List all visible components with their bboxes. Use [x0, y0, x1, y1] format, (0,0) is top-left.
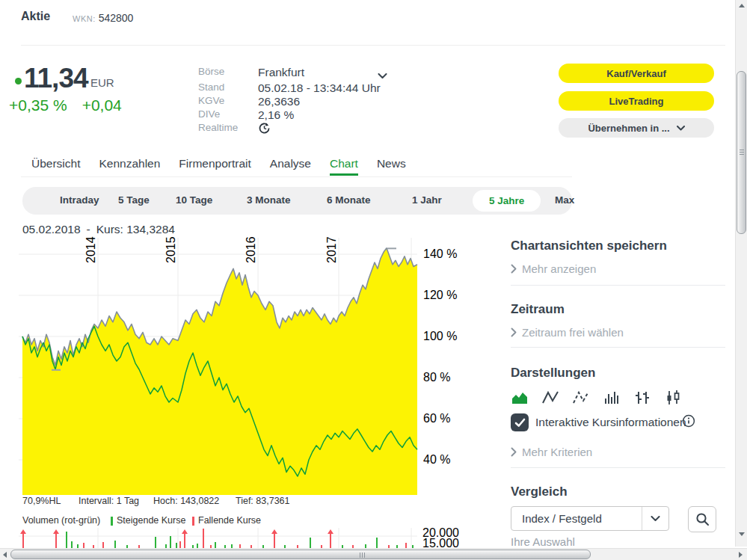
range-6-monate[interactable]: 6 Monate [327, 194, 371, 206]
comparison-select[interactable]: Index / Festgeld [511, 506, 669, 531]
info-icon[interactable] [682, 414, 695, 431]
interactive-info-label: Interaktive Kursinformationen [535, 416, 686, 429]
vergleich-heading: Vergleich [511, 484, 568, 499]
trading-status-dot [15, 78, 22, 84]
detail-row-boerse: Börse Frankfurt [198, 66, 400, 80]
apply-to-button[interactable]: Übernehmen in ... [559, 118, 714, 138]
boerse-label: Börse [198, 66, 224, 77]
range-1-jahr[interactable]: 1 Jahr [412, 194, 442, 206]
stand-value: 05.02.18 - 13:34:44 Uhr [258, 81, 381, 95]
vertical-scrollbar-thumb[interactable] [737, 71, 746, 234]
kgve-label: KGVe [198, 95, 224, 106]
chart-date: 05.02.2018 [22, 223, 81, 236]
boerse-value[interactable]: Frankfurt [258, 66, 304, 79]
stat-interval: Intervall: 1 Tag [79, 496, 139, 506]
sidebar-divider [511, 467, 725, 468]
candlestick-chart-icon[interactable] [664, 389, 682, 407]
stock-detail-page: Aktie WKN: 542800 11,34 EUR +0,35 %+0,04… [0, 0, 747, 560]
free-period-link[interactable]: Zeitraum frei wählen [511, 326, 624, 339]
change-absolute: +0,04 [82, 96, 122, 114]
time-range-bar: Intraday 5 Tage 10 Tage 3 Monate 6 Monat… [22, 187, 572, 215]
chevron-right-icon [511, 447, 517, 457]
line-chart-icon[interactable] [541, 389, 559, 407]
tab-kennzahlen[interactable]: Kennzahlen [99, 157, 160, 176]
tab-uebersicht[interactable]: Übersicht [31, 157, 80, 176]
chart-options-sidebar: Chartansichten speichern Mehr anzeigen Z… [511, 236, 725, 550]
checkmark-icon [514, 418, 526, 428]
wkn-label: WKN: [73, 14, 96, 23]
price-chart-plot[interactable]: 2014201520162017140 %120 %100 %80 %60 %4… [0, 236, 494, 560]
dashed-line-chart-icon[interactable] [572, 389, 590, 407]
chevron-down-icon [642, 507, 668, 530]
range-10-tage[interactable]: 10 Tage [176, 194, 212, 206]
show-more-link[interactable]: Mehr anzeigen [511, 262, 596, 275]
currency-label: EUR [90, 76, 114, 89]
chart-crosshair-readout: 05.02.2018-Kurs: 134,3284 [22, 223, 181, 236]
comparison-search-button[interactable] [688, 506, 716, 532]
apply-to-label: Übernehmen in ... [588, 123, 669, 134]
area-chart-icon[interactable] [511, 389, 529, 407]
header-divider [21, 45, 725, 46]
horizontal-scrollbar-thumb[interactable] [10, 550, 591, 559]
svg-text:60 %: 60 % [423, 412, 450, 425]
price-change: +0,35 %+0,04 [9, 96, 137, 114]
svg-text:80 %: 80 % [423, 371, 450, 384]
scroll-up-arrow[interactable] [739, 4, 745, 7]
chart-date-separator: - [87, 223, 90, 236]
down-volume-swatch [192, 517, 194, 526]
realtime-refresh-icon[interactable] [258, 122, 271, 138]
up-volume-swatch [111, 517, 113, 526]
live-trading-button[interactable]: LiveTrading [559, 91, 714, 111]
range-5-jahre-active[interactable]: 5 Jahre [473, 190, 541, 212]
chart-kurs: Kurs: 134,3284 [96, 223, 175, 236]
svg-text:2014: 2014 [84, 236, 97, 263]
zeitraum-heading: Zeitraum [511, 302, 565, 317]
volume-legend-down: Fallende Kurse [198, 515, 261, 526]
scroll-left-arrow[interactable] [3, 552, 7, 558]
svg-text:100 %: 100 % [423, 330, 457, 342]
bar-chart-icon[interactable] [603, 389, 621, 407]
realtime-label: Realtime [198, 122, 238, 133]
chevron-down-icon[interactable] [378, 69, 387, 82]
svg-text:2016: 2016 [245, 236, 257, 263]
search-icon [695, 512, 710, 526]
chevron-right-icon [511, 264, 517, 274]
section-tabs: Übersicht Kennzahlen Firmenportrait Anal… [31, 157, 406, 176]
range-3-monate[interactable]: 3 Monate [247, 194, 291, 206]
your-selection-label: Ihre Auswahl [511, 535, 575, 548]
chevron-down-icon [677, 126, 685, 131]
stand-label: Stand [198, 81, 224, 93]
range-intraday[interactable]: Intraday [60, 194, 99, 206]
stat-hl: 70,9%HL [22, 496, 61, 506]
detail-row-kgve: KGVe 26,3636 [198, 95, 400, 109]
svg-text:40 %: 40 % [423, 453, 450, 466]
wkn-field: WKN: 542800 [73, 12, 133, 24]
range-max[interactable]: Max [555, 194, 574, 206]
wkn-value: 542800 [99, 12, 134, 24]
detail-row-realtime: Realtime [198, 122, 400, 136]
svg-text:2015: 2015 [165, 236, 177, 263]
chart-type-icons [511, 389, 682, 407]
interactive-info-checkbox[interactable] [511, 413, 529, 431]
comparison-select-value: Index / Festgeld [511, 512, 642, 525]
detail-row-dive: DIVe 2,16 % [198, 108, 400, 123]
buy-sell-button[interactable]: Kauf/Verkauf [559, 64, 714, 83]
current-price: 11,34 [24, 63, 88, 94]
ohlc-chart-icon[interactable] [633, 389, 651, 407]
sidebar-divider [511, 285, 725, 286]
svg-text:140 %: 140 % [423, 247, 457, 260]
tab-news[interactable]: News [377, 157, 406, 176]
range-5-tage[interactable]: 5 Tage [118, 194, 150, 206]
tab-chart[interactable]: Chart [330, 157, 358, 176]
volume-legend-title: Volumen (rot-grün) [22, 515, 100, 526]
stat-low: Tief: 83,7361 [236, 496, 290, 506]
kgve-value: 26,3636 [258, 95, 300, 108]
horizontal-scrollbar[interactable] [0, 548, 747, 560]
tab-analyse[interactable]: Analyse [270, 157, 311, 176]
tab-firmenportrait[interactable]: Firmenportrait [179, 157, 250, 176]
scroll-down-arrow[interactable] [739, 532, 745, 536]
vertical-scrollbar[interactable] [735, 0, 747, 547]
svg-text:2017: 2017 [325, 236, 338, 263]
scroll-right-arrow[interactable] [739, 552, 743, 558]
more-criteria-link[interactable]: Mehr Kriterien [511, 446, 592, 458]
